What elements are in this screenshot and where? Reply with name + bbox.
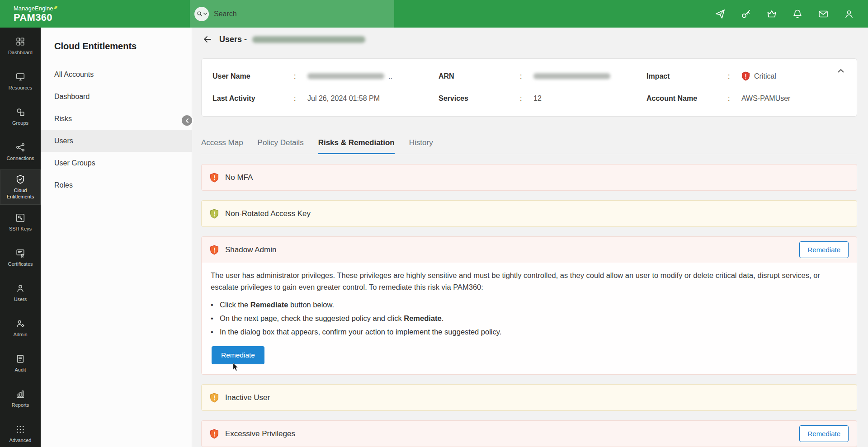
tab-history[interactable]: History — [409, 138, 433, 154]
remediate-button-shadow-admin[interactable]: Remediate — [799, 241, 849, 258]
field-account-name: Account Name:AWS-PAMUser — [646, 94, 846, 103]
subnav-item-risks[interactable]: Risks — [41, 108, 192, 130]
sidebar-item-advanced[interactable]: Advanced — [0, 416, 41, 447]
risk-card-excessive-privileges: Excessive PrivilegesRemediate — [201, 420, 857, 447]
advanced-icon — [15, 424, 25, 434]
risk-card-shadow-admin: Shadow AdminRemediateThe user has admini… — [201, 236, 857, 375]
brand-logo[interactable]: ManageEngine PAM360 — [0, 5, 58, 23]
sidebar-item-label: Connections — [5, 155, 36, 162]
profile-icon[interactable] — [844, 9, 854, 19]
mail-icon[interactable] — [818, 9, 829, 19]
field-value: 12 — [533, 94, 542, 103]
sidebar-item-certificates[interactable]: Certificates — [0, 240, 41, 275]
tab-policy-details[interactable]: Policy Details — [258, 138, 304, 154]
caret-down-icon — [203, 13, 207, 15]
resources-icon — [15, 72, 25, 82]
risk-card-non-rotated-access-key: Non-Rotated Access Key — [201, 200, 857, 227]
primary-sidebar: DashboardResourcesGroupsConnectionsCloud… — [0, 28, 41, 447]
field-value: AWS-PAMUser — [741, 94, 790, 103]
sidebar-item-label: Admin — [11, 332, 29, 338]
key-icon[interactable] — [741, 9, 751, 19]
risk-description: The user has administrator privileges. T… — [211, 270, 848, 293]
topbar: ManageEngine PAM360 — [0, 0, 868, 28]
brand-leaf-icon — [54, 5, 58, 9]
risk-header-inactive-user[interactable]: Inactive User — [202, 385, 857, 410]
field-label: Services — [439, 94, 520, 103]
risk-name: No MFA — [225, 173, 253, 182]
subnav-item-roles[interactable]: Roles — [41, 174, 192, 196]
store-icon[interactable] — [766, 9, 777, 19]
audit-icon — [15, 354, 25, 364]
admin-icon — [15, 319, 25, 329]
remediation-steps: •Click the Remediate button below.•On th… — [211, 298, 848, 339]
subnav-item-dashboard[interactable]: Dashboard — [41, 85, 192, 108]
sidebar-item-groups[interactable]: Groups — [0, 99, 41, 134]
back-button[interactable] — [202, 34, 213, 45]
sidebar-item-label: Cloud Entitlements — [0, 188, 40, 200]
search-icon[interactable] — [194, 7, 209, 21]
risk-header-shadow-admin[interactable]: Shadow AdminRemediate — [202, 237, 857, 263]
field-value: Jul 26, 2024 01:58 PM — [307, 94, 380, 103]
field-label: User Name — [212, 72, 294, 80]
page-title: Users - — [219, 35, 365, 44]
sidebar-item-reports[interactable]: Reports — [0, 381, 41, 416]
remediation-step: •In the dialog box that appears, confirm… — [211, 325, 848, 339]
sidebar-item-resources[interactable]: Resources — [0, 64, 41, 99]
risk-header-non-rotated-access-key[interactable]: Non-Rotated Access Key — [202, 201, 857, 226]
redacted-value — [533, 73, 610, 79]
sidebar-item-cloud-entitlements[interactable]: Cloud Entitlements — [0, 169, 41, 205]
sidebar-item-dashboard[interactable]: Dashboard — [0, 28, 41, 64]
risk-shield-icon — [210, 209, 219, 219]
field-arn: ARN: — [439, 71, 646, 81]
field-label: Account Name — [646, 94, 728, 103]
redacted-value — [307, 73, 384, 79]
field-user-name: User Name:.. — [212, 71, 439, 81]
remediate-button-excessive-privileges[interactable]: Remediate — [799, 425, 849, 442]
sidebar-item-admin[interactable]: Admin — [0, 311, 41, 346]
product-name: PAM360 — [14, 13, 58, 23]
sidebar-item-label: Advanced — [8, 438, 33, 444]
tab-access-map[interactable]: Access Map — [201, 138, 243, 154]
remediate-action-button[interactable]: Remediate — [212, 346, 264, 364]
sidebar-item-connections[interactable]: Connections — [0, 134, 41, 169]
global-search[interactable] — [190, 0, 394, 28]
risk-shield-icon — [210, 393, 219, 403]
sidebar-item-label: Groups — [10, 120, 30, 127]
brand-name: ManageEngine — [14, 5, 53, 11]
sidebar-item-ssh-keys[interactable]: SSH Keys — [0, 205, 41, 240]
risk-card-inactive-user: Inactive User — [201, 384, 857, 411]
sidebar-collapse-button[interactable] — [182, 115, 192, 126]
field-last-activity: Last Activity:Jul 26, 2024 01:58 PM — [212, 94, 439, 103]
risk-header-no-mfa[interactable]: No MFA — [202, 165, 857, 190]
reports-icon — [15, 389, 25, 399]
sidebar-item-label: Certificates — [6, 261, 34, 268]
risk-name: Inactive User — [225, 393, 270, 402]
risk-name: Excessive Privileges — [225, 429, 295, 438]
risk-header-excessive-privileges[interactable]: Excessive PrivilegesRemediate — [202, 421, 857, 447]
subnav-item-user-groups[interactable]: User Groups — [41, 152, 192, 174]
topbar-action-icons — [715, 9, 868, 19]
field-services: Services:12 — [439, 94, 646, 103]
connections-icon — [15, 142, 25, 152]
risk-name: Non-Rotated Access Key — [225, 209, 311, 218]
page-header: Users - — [192, 28, 868, 51]
sidebar-item-audit[interactable]: Audit — [0, 346, 41, 381]
field-label: Impact — [646, 72, 728, 80]
groups-icon — [15, 107, 25, 117]
search-input[interactable] — [214, 10, 363, 18]
collapse-details-button[interactable] — [836, 66, 846, 76]
subnav-item-users[interactable]: Users — [41, 130, 192, 152]
tab-risks-remediation[interactable]: Risks & Remediation — [318, 138, 395, 154]
launch-icon[interactable] — [715, 9, 726, 19]
dashboard-icon — [15, 37, 25, 47]
users-icon — [15, 283, 25, 293]
sidebar-item-users[interactable]: Users — [0, 275, 41, 311]
sidebar-item-label: Reports — [10, 402, 31, 409]
user-details-card: User Name:..ARN:Impact:CriticalLast Acti… — [201, 58, 857, 117]
risk-shield-icon — [210, 429, 219, 439]
sidebar-item-label: Users — [12, 296, 29, 303]
notifications-icon[interactable] — [792, 9, 803, 19]
main-content: Users - User Name:..ARN:Impact:CriticalL… — [192, 28, 868, 447]
subnav-item-all-accounts[interactable]: All Accounts — [41, 63, 192, 85]
risk-card-no-mfa: No MFA — [201, 164, 857, 191]
